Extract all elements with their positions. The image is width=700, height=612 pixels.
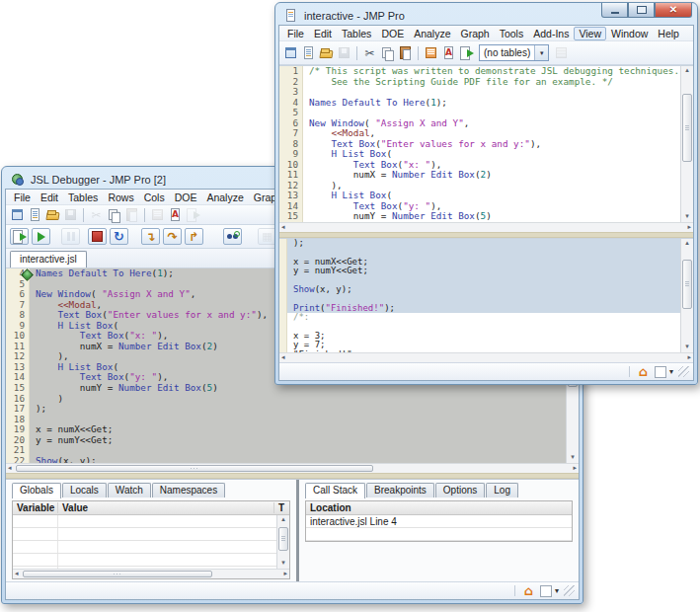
interactive-top-hscrollbar[interactable]: ◂▸	[279, 222, 693, 232]
close-button[interactable]: ✕	[655, 3, 692, 18]
menu-item-help[interactable]: Help	[653, 27, 684, 40]
editor-vscrollbar[interactable]: ▴▾	[680, 239, 693, 352]
new-data-table-button[interactable]	[282, 45, 299, 60]
new-script-button[interactable]	[300, 45, 317, 60]
menu-item-tables[interactable]: Tables	[63, 191, 103, 204]
callstack-table[interactable]: Location interactive.jsl Line 4	[305, 500, 573, 542]
interactive-bottom-hscrollbar[interactable]: ◂▸	[279, 352, 693, 362]
statusbar-checkbox[interactable]	[655, 366, 666, 378]
chevron-down-icon[interactable]: ▾	[534, 45, 548, 60]
pause-button[interactable]	[61, 228, 80, 245]
code-line: 21	[6, 445, 579, 456]
debugger-statusbar: ▾	[6, 581, 579, 599]
code-line: 7 <<Modal,	[279, 128, 693, 139]
open-button[interactable]	[318, 45, 335, 60]
code-text: Print("Finished!");	[287, 304, 693, 313]
variables-table[interactable]: Variable Value T ▴▾ ◂▸	[12, 500, 290, 579]
save-button[interactable]	[336, 45, 352, 60]
table-row[interactable]	[13, 541, 289, 554]
interactive-script-window: interactive - JMP Pro ✕ FileEditTablesDO…	[274, 2, 698, 385]
reset-button[interactable]	[110, 228, 128, 245]
menu-item-tools[interactable]: Tools	[495, 27, 529, 40]
interactive-editor-top-pane[interactable]: 1/* This script was written to demonstra…	[279, 65, 693, 222]
continue-button[interactable]	[32, 228, 50, 245]
menu-item-graph[interactable]: Graph	[456, 27, 495, 40]
new-data-table-button[interactable]	[9, 207, 26, 222]
menu-item-edit[interactable]: Edit	[36, 191, 63, 204]
resize-grip[interactable]	[564, 585, 575, 596]
statusbar-checkbox[interactable]	[540, 585, 552, 597]
menu-item-analyze[interactable]: Analyze	[409, 27, 455, 40]
menu-item-rows[interactable]: Rows	[103, 191, 138, 204]
minimize-button[interactable]	[601, 3, 628, 18]
dropdown-caret-icon[interactable]: ▾	[669, 367, 673, 376]
open-button[interactable]	[44, 207, 61, 222]
menu-item-tables[interactable]: Tables	[337, 27, 376, 40]
code-text: numX = Number Edit Box(2)	[303, 170, 693, 181]
code-text: Names Default To Here(1);	[303, 98, 693, 109]
tab-interactive-jsl[interactable]: interactive.jsl	[10, 251, 87, 268]
tab-breakpoints[interactable]: Breakpoints	[366, 483, 434, 497]
code-line	[279, 248, 693, 257]
table-row[interactable]	[13, 515, 289, 528]
cut-button[interactable]	[88, 207, 105, 222]
variables-table-vscrollbar[interactable]: ▴▾	[276, 515, 289, 569]
tab-locals[interactable]: Locals	[62, 483, 107, 497]
menu-item-analyze[interactable]: Analyze	[201, 191, 248, 204]
run-script-button[interactable]	[185, 207, 201, 222]
cut-button[interactable]	[361, 45, 378, 60]
menu-item-file[interactable]: File	[282, 27, 309, 40]
gutter	[279, 304, 287, 313]
new-script-button[interactable]	[27, 207, 43, 222]
home-icon[interactable]	[520, 583, 537, 598]
menu-item-add-ins[interactable]: Add-Ins	[528, 27, 574, 40]
dropdown-caret-icon[interactable]: ▾	[555, 586, 559, 595]
maximize-button[interactable]	[628, 3, 655, 18]
interactive-titlebar[interactable]: interactive - JMP Pro ✕	[278, 6, 694, 25]
save-button[interactable]	[62, 207, 79, 222]
menu-item-view[interactable]: View	[574, 27, 606, 40]
editor-vscrollbar[interactable]: ▴▾	[680, 66, 693, 222]
table-row[interactable]	[13, 528, 289, 541]
journal-button[interactable]	[149, 207, 166, 222]
step-out-button[interactable]	[185, 228, 203, 245]
debugger-editor-hscrollbar[interactable]: ◂▸	[6, 463, 579, 473]
table-row[interactable]	[13, 554, 289, 567]
menu-item-cols[interactable]: Cols	[139, 191, 170, 204]
home-icon[interactable]	[635, 364, 652, 379]
step-over-button[interactable]	[163, 228, 182, 245]
code-text: Text Box("Enter values for x and y:"),	[303, 139, 693, 150]
variables-table-hscrollbar[interactable]: ◂▸	[13, 569, 289, 578]
tab-log[interactable]: Log	[486, 483, 518, 497]
tab-globals[interactable]: Globals	[12, 483, 61, 498]
menu-item-doe[interactable]: DOE	[376, 27, 409, 40]
run-script-button[interactable]	[10, 228, 29, 245]
pdf-button[interactable]	[440, 45, 457, 60]
run-to-cursor-button[interactable]	[223, 228, 242, 245]
menu-item-window[interactable]: Window	[606, 27, 653, 40]
line-number: 7	[279, 128, 303, 139]
tab-options[interactable]: Options	[435, 483, 485, 497]
table-row[interactable]	[306, 528, 572, 541]
menu-item-edit[interactable]: Edit	[309, 27, 337, 40]
run-script-button[interactable]	[458, 45, 475, 60]
tab-namespaces[interactable]: Namespaces	[152, 483, 225, 497]
table-row[interactable]: interactive.jsl Line 4	[306, 515, 572, 528]
tab-call-stack[interactable]: Call Stack	[305, 483, 365, 498]
interactive-editor-bottom-pane[interactable]: ); x = numX<<Get;y = numY<<Get; Show(x, …	[279, 238, 693, 352]
copy-button[interactable]	[106, 207, 122, 222]
tables-dropdown[interactable]: (no tables)▾	[479, 44, 549, 61]
copy-button[interactable]	[379, 45, 396, 60]
resize-grip[interactable]	[678, 366, 689, 377]
journal-button[interactable]	[423, 45, 439, 60]
tab-watch[interactable]: Watch	[108, 483, 151, 497]
menu-item-file[interactable]: File	[9, 191, 36, 204]
pdf-button[interactable]	[167, 207, 184, 222]
stop-button[interactable]	[88, 228, 107, 245]
reset-icon	[111, 229, 127, 244]
table-list-button[interactable]	[553, 45, 570, 60]
step-into-button[interactable]	[141, 228, 160, 245]
menu-item-doe[interactable]: DOE	[170, 191, 202, 204]
paste-button[interactable]	[397, 45, 414, 60]
paste-button[interactable]	[123, 207, 140, 222]
